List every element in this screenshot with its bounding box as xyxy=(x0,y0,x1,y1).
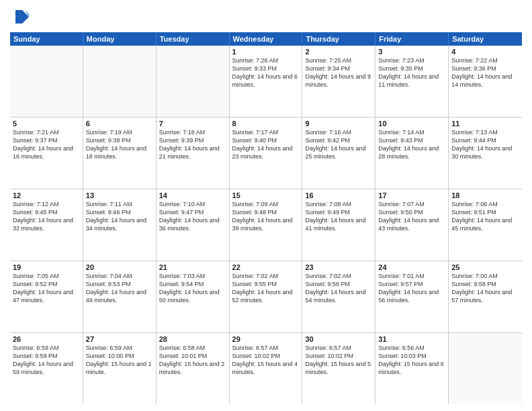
cal-header-cell: Friday xyxy=(375,32,449,46)
day-info: Sunrise: 7:21 AMSunset: 9:37 PMDaylight:… xyxy=(13,128,80,161)
day-info: Sunrise: 7:22 AMSunset: 9:36 PMDaylight:… xyxy=(451,56,519,89)
cal-cell: 19Sunrise: 7:05 AMSunset: 9:52 PMDayligh… xyxy=(10,261,83,332)
day-info: Sunrise: 7:01 AMSunset: 9:57 PMDaylight:… xyxy=(378,272,445,305)
cal-cell: 7Sunrise: 7:18 AMSunset: 9:39 PMDaylight… xyxy=(157,118,230,189)
day-info: Sunrise: 7:09 AMSunset: 9:48 PMDaylight:… xyxy=(232,200,300,233)
cal-cell: 1Sunrise: 7:26 AMSunset: 9:33 PMDaylight… xyxy=(230,46,303,117)
cal-cell: 18Sunrise: 7:06 AMSunset: 9:51 PMDayligh… xyxy=(449,189,522,261)
cal-cell: 28Sunrise: 6:58 AMSunset: 10:01 PMDaylig… xyxy=(157,333,230,404)
cal-cell: 2Sunrise: 7:25 AMSunset: 9:34 PMDaylight… xyxy=(302,46,375,117)
cal-cell xyxy=(157,46,230,117)
day-number: 26 xyxy=(13,335,80,343)
day-number: 16 xyxy=(305,191,372,199)
day-number: 14 xyxy=(159,191,226,199)
day-info: Sunrise: 7:18 AMSunset: 9:39 PMDaylight:… xyxy=(159,128,226,161)
day-number: 28 xyxy=(159,335,226,343)
day-info: Sunrise: 7:13 AMSunset: 9:44 PMDaylight:… xyxy=(451,128,519,161)
cal-week: 5Sunrise: 7:21 AMSunset: 9:37 PMDaylight… xyxy=(10,118,522,189)
day-info: Sunrise: 6:58 AMSunset: 10:01 PMDaylight… xyxy=(159,344,226,377)
cal-cell: 27Sunrise: 6:59 AMSunset: 10:00 PMDaylig… xyxy=(83,333,157,404)
day-info: Sunrise: 7:16 AMSunset: 9:42 PMDaylight:… xyxy=(305,128,372,161)
cal-cell: 22Sunrise: 7:02 AMSunset: 9:55 PMDayligh… xyxy=(230,261,303,332)
day-number: 15 xyxy=(232,191,300,199)
cal-header-cell: Tuesday xyxy=(157,32,230,46)
day-info: Sunrise: 6:57 AMSunset: 10:02 PMDaylight… xyxy=(305,344,372,377)
day-info: Sunrise: 7:03 AMSunset: 9:54 PMDaylight:… xyxy=(159,272,226,305)
cal-week: 1Sunrise: 7:26 AMSunset: 9:33 PMDaylight… xyxy=(10,46,522,118)
cal-cell: 24Sunrise: 7:01 AMSunset: 9:57 PMDayligh… xyxy=(375,261,449,332)
day-number: 1 xyxy=(232,48,300,56)
day-number: 21 xyxy=(159,263,226,271)
day-info: Sunrise: 7:08 AMSunset: 9:49 PMDaylight:… xyxy=(305,200,372,233)
cal-cell: 3Sunrise: 7:23 AMSunset: 9:35 PMDaylight… xyxy=(375,46,449,117)
cal-cell xyxy=(83,46,157,117)
day-info: Sunrise: 7:07 AMSunset: 9:50 PMDaylight:… xyxy=(378,200,445,233)
day-info: Sunrise: 7:11 AMSunset: 9:46 PMDaylight:… xyxy=(86,200,153,233)
day-number: 31 xyxy=(378,335,445,343)
day-number: 20 xyxy=(86,263,153,271)
cal-header-cell: Monday xyxy=(83,32,157,46)
cal-header-cell: Thursday xyxy=(302,32,375,46)
day-number: 24 xyxy=(378,263,445,271)
cal-cell: 20Sunrise: 7:04 AMSunset: 9:53 PMDayligh… xyxy=(83,261,157,332)
cal-cell: 25Sunrise: 7:00 AMSunset: 9:58 PMDayligh… xyxy=(449,261,522,332)
day-info: Sunrise: 6:59 AMSunset: 9:59 PMDaylight:… xyxy=(13,344,80,377)
day-info: Sunrise: 7:00 AMSunset: 9:58 PMDaylight:… xyxy=(451,272,519,305)
cal-header-cell: Saturday xyxy=(449,32,522,46)
day-info: Sunrise: 7:10 AMSunset: 9:47 PMDaylight:… xyxy=(159,200,226,233)
day-info: Sunrise: 7:06 AMSunset: 9:51 PMDaylight:… xyxy=(451,200,519,233)
day-number: 27 xyxy=(86,335,153,343)
cal-cell: 5Sunrise: 7:21 AMSunset: 9:37 PMDaylight… xyxy=(10,118,83,189)
cal-week: 26Sunrise: 6:59 AMSunset: 9:59 PMDayligh… xyxy=(10,333,522,404)
cal-cell: 13Sunrise: 7:11 AMSunset: 9:46 PMDayligh… xyxy=(83,189,157,261)
cal-cell: 4Sunrise: 7:22 AMSunset: 9:36 PMDaylight… xyxy=(449,46,522,117)
day-info: Sunrise: 7:17 AMSunset: 9:40 PMDaylight:… xyxy=(232,128,300,161)
day-number: 6 xyxy=(86,120,153,128)
day-number: 9 xyxy=(305,120,372,128)
cal-cell: 23Sunrise: 7:02 AMSunset: 9:56 PMDayligh… xyxy=(302,261,375,332)
day-info: Sunrise: 6:56 AMSunset: 10:03 PMDaylight… xyxy=(378,344,445,377)
day-number: 8 xyxy=(232,120,300,128)
day-info: Sunrise: 7:02 AMSunset: 9:55 PMDaylight:… xyxy=(232,272,300,305)
day-number: 23 xyxy=(305,263,372,271)
day-number: 17 xyxy=(378,191,445,199)
day-info: Sunrise: 6:57 AMSunset: 10:02 PMDaylight… xyxy=(232,344,300,377)
day-number: 2 xyxy=(305,48,372,56)
cal-cell: 12Sunrise: 7:12 AMSunset: 9:45 PMDayligh… xyxy=(10,189,83,261)
day-info: Sunrise: 7:12 AMSunset: 9:45 PMDaylight:… xyxy=(13,200,80,233)
cal-cell: 21Sunrise: 7:03 AMSunset: 9:54 PMDayligh… xyxy=(157,261,230,332)
day-number: 12 xyxy=(13,191,80,199)
calendar: SundayMondayTuesdayWednesdayThursdayFrid… xyxy=(10,32,522,404)
day-info: Sunrise: 7:26 AMSunset: 9:33 PMDaylight:… xyxy=(232,56,300,89)
cal-cell: 16Sunrise: 7:08 AMSunset: 9:49 PMDayligh… xyxy=(302,189,375,261)
day-info: Sunrise: 7:14 AMSunset: 9:43 PMDaylight:… xyxy=(378,128,445,161)
cal-cell: 17Sunrise: 7:07 AMSunset: 9:50 PMDayligh… xyxy=(375,189,449,261)
cal-week: 19Sunrise: 7:05 AMSunset: 9:52 PMDayligh… xyxy=(10,261,522,333)
day-number: 10 xyxy=(378,120,445,128)
cal-cell xyxy=(10,46,83,117)
calendar-header: SundayMondayTuesdayWednesdayThursdayFrid… xyxy=(10,32,522,46)
day-number: 3 xyxy=(378,48,445,56)
day-number: 29 xyxy=(232,335,300,343)
day-info: Sunrise: 7:02 AMSunset: 9:56 PMDaylight:… xyxy=(305,272,372,305)
cal-cell: 31Sunrise: 6:56 AMSunset: 10:03 PMDaylig… xyxy=(375,333,449,404)
cal-cell: 30Sunrise: 6:57 AMSunset: 10:02 PMDaylig… xyxy=(302,333,375,404)
cal-cell: 14Sunrise: 7:10 AMSunset: 9:47 PMDayligh… xyxy=(157,189,230,261)
logo-icon xyxy=(10,7,30,27)
cal-cell xyxy=(449,333,522,404)
cal-header-cell: Wednesday xyxy=(230,32,303,46)
day-number: 30 xyxy=(305,335,372,343)
page: SundayMondayTuesdayWednesdayThursdayFrid… xyxy=(0,0,532,411)
day-number: 19 xyxy=(13,263,80,271)
cal-cell: 29Sunrise: 6:57 AMSunset: 10:02 PMDaylig… xyxy=(230,333,303,404)
cal-cell: 15Sunrise: 7:09 AMSunset: 9:48 PMDayligh… xyxy=(230,189,303,261)
day-info: Sunrise: 6:59 AMSunset: 10:00 PMDaylight… xyxy=(86,344,153,377)
header xyxy=(10,7,522,27)
day-number: 22 xyxy=(232,263,300,271)
calendar-body: 1Sunrise: 7:26 AMSunset: 9:33 PMDaylight… xyxy=(10,46,522,404)
day-info: Sunrise: 7:05 AMSunset: 9:52 PMDaylight:… xyxy=(13,272,80,305)
cal-header-cell: Sunday xyxy=(10,32,83,46)
day-number: 5 xyxy=(13,120,80,128)
cal-cell: 8Sunrise: 7:17 AMSunset: 9:40 PMDaylight… xyxy=(230,118,303,189)
day-number: 7 xyxy=(159,120,226,128)
